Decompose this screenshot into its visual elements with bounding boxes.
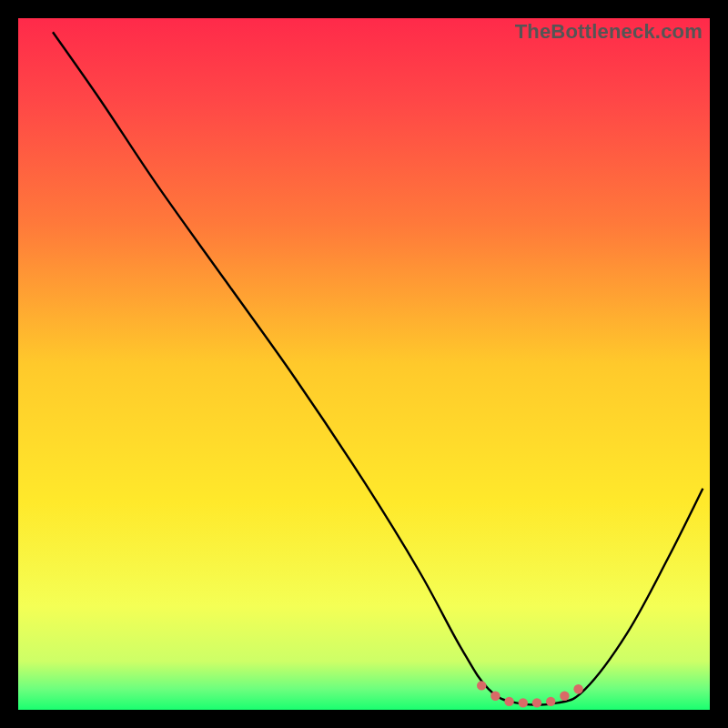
marker-dot — [490, 692, 500, 701]
marker-dot — [519, 698, 528, 707]
marker-dot — [573, 684, 582, 693]
gradient-background — [18, 18, 710, 710]
marker-dot — [477, 681, 486, 690]
marker-dot — [546, 697, 555, 706]
marker-dot — [560, 692, 569, 701]
marker-dot — [532, 698, 541, 707]
watermark-label: TheBottleneck.com — [515, 20, 703, 44]
bottleneck-chart — [18, 18, 710, 710]
marker-dot — [504, 697, 513, 706]
chart-frame: TheBottleneck.com — [18, 18, 710, 710]
